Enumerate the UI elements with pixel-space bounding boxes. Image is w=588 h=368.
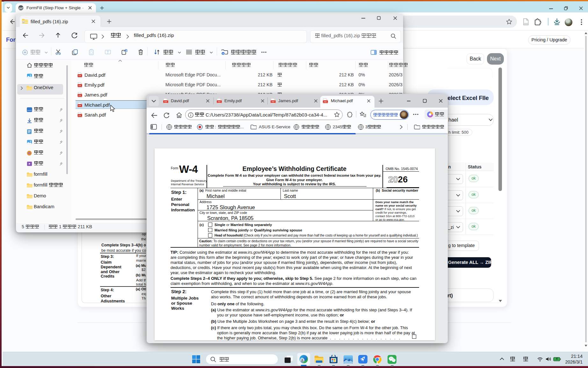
svg-text:PDF: PDF (218, 101, 221, 103)
svg-text:PDF: PDF (78, 75, 81, 76)
svg-text:PDF: PDF (164, 101, 167, 103)
svg-text:PDF: PDF (78, 85, 81, 86)
svg-text:PDF: PDF (324, 101, 327, 103)
svg-text:PDF: PDF (78, 105, 81, 106)
svg-text:PDF: PDF (78, 115, 81, 116)
svg-text:PDF: PDF (272, 101, 275, 103)
svg-text:PDF: PDF (78, 95, 81, 96)
